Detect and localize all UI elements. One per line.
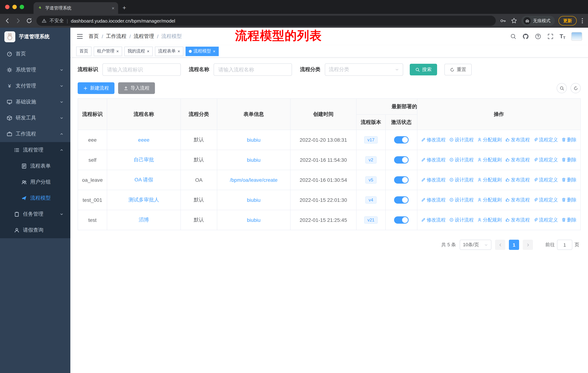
action-delete[interactable]: 删除 (561, 157, 577, 163)
sidebar-item-infrastructure[interactable]: 基础设施 (0, 94, 70, 110)
tag-close-icon[interactable]: × (147, 49, 149, 53)
sidebar-item-system[interactable]: 系统管理 (0, 62, 70, 78)
form-link[interactable]: biubiu (247, 157, 261, 163)
action-design-process[interactable]: 设计流程 (449, 197, 474, 203)
action-assign-rule[interactable]: 分配规则 (477, 177, 502, 183)
user-avatar[interactable] (571, 32, 582, 41)
version-badge[interactable]: v17 (364, 136, 378, 143)
model-name-link[interactable]: 测试多审批人 (128, 197, 159, 202)
action-publish-process[interactable]: 发布流程 (505, 137, 530, 143)
version-badge[interactable]: v2 (365, 156, 376, 163)
tag-process-model[interactable]: 流程模型 × (186, 46, 219, 56)
create-process-button[interactable]: 新建流程 (78, 82, 115, 94)
minimize-window-button[interactable] (12, 5, 17, 9)
maximize-window-button[interactable] (20, 5, 24, 9)
fullscreen-icon[interactable] (547, 33, 554, 40)
show-search-button[interactable] (557, 83, 567, 93)
update-button[interactable]: 更新 (558, 16, 577, 26)
action-design-process[interactable]: 设计流程 (449, 157, 474, 163)
process-category-select[interactable]: 流程分类 (325, 63, 403, 76)
tab-close-icon[interactable]: × (112, 5, 115, 11)
sidebar-item-home[interactable]: 首页 (0, 46, 70, 62)
action-process-definition[interactable]: 流程定义 (533, 157, 558, 163)
model-name-link[interactable]: OA 请假 (135, 177, 153, 182)
browser-tab[interactable]: 芋道管理系统 × (33, 2, 118, 14)
password-key-icon[interactable] (499, 17, 507, 24)
action-delete[interactable]: 删除 (561, 197, 577, 203)
github-icon[interactable] (522, 33, 529, 40)
form-link[interactable]: biubiu (247, 197, 261, 203)
active-toggle[interactable] (394, 176, 409, 184)
action-publish-process[interactable]: 发布流程 (505, 197, 530, 203)
action-publish-process[interactable]: 发布流程 (505, 217, 530, 223)
action-edit-process[interactable]: 修改流程 (421, 197, 446, 203)
breadcrumb-item[interactable]: 首页 (89, 33, 99, 40)
goto-page-input[interactable] (557, 240, 572, 250)
action-delete[interactable]: 删除 (561, 137, 577, 143)
model-name-link[interactable]: 自己审批 (134, 157, 154, 162)
reset-button[interactable]: 重置 (444, 64, 472, 75)
action-process-definition[interactable]: 流程定义 (533, 177, 558, 183)
breadcrumb-item[interactable]: 工作流程 (106, 33, 126, 40)
action-edit-process[interactable]: 修改流程 (421, 137, 446, 143)
active-toggle[interactable] (394, 136, 409, 143)
security-label[interactable]: 不安全 (50, 18, 64, 24)
sidebar-item-process-management[interactable]: 流程管理 (0, 142, 70, 158)
model-name-link[interactable]: eeee (138, 137, 149, 143)
app-logo-row[interactable]: 芋道管理系统 (0, 28, 70, 46)
action-assign-rule[interactable]: 分配规则 (477, 137, 502, 143)
refresh-table-button[interactable] (570, 83, 581, 93)
tag-close-icon[interactable]: × (213, 49, 215, 53)
model-name-link[interactable]: 滔博 (139, 217, 149, 222)
action-edit-process[interactable]: 修改流程 (421, 177, 446, 183)
prev-page-button[interactable] (495, 240, 505, 250)
form-link[interactable]: /bpm/oa/leave/create (230, 177, 278, 183)
form-link[interactable]: biubiu (247, 137, 261, 143)
search-icon[interactable] (510, 33, 516, 40)
breadcrumb-item[interactable]: 流程管理 (134, 33, 154, 40)
sidebar-item-leave-query[interactable]: 请假查询 (0, 222, 70, 238)
action-process-definition[interactable]: 流程定义 (533, 137, 558, 143)
browser-menu-icon[interactable] (580, 18, 584, 23)
sidebar-item-payment[interactable]: ¥ 支付管理 (0, 78, 70, 94)
version-badge[interactable]: v4 (365, 196, 376, 204)
action-delete[interactable]: 删除 (561, 217, 577, 223)
current-page-button[interactable]: 1 (509, 240, 519, 250)
tag-close-icon[interactable]: × (178, 49, 180, 53)
sidebar-item-process-form[interactable]: 流程表单 (0, 158, 70, 174)
import-process-button[interactable]: 导入流程 (118, 82, 155, 94)
action-delete[interactable]: 删除 (561, 177, 577, 183)
bookmark-star-icon[interactable] (510, 17, 518, 24)
action-assign-rule[interactable]: 分配规则 (477, 157, 502, 163)
action-publish-process[interactable]: 发布流程 (505, 177, 530, 183)
sidebar-item-task-management[interactable]: 任务管理 (0, 206, 70, 222)
form-link[interactable]: biubiu (247, 217, 261, 223)
tag-close-icon[interactable]: × (116, 49, 119, 53)
process-key-input[interactable] (102, 63, 181, 76)
active-toggle[interactable] (394, 216, 409, 224)
action-assign-rule[interactable]: 分配规则 (477, 217, 502, 223)
collapse-sidebar-icon[interactable] (76, 33, 84, 40)
action-edit-process[interactable]: 修改流程 (421, 157, 446, 163)
action-edit-process[interactable]: 修改流程 (421, 217, 446, 223)
font-size-icon[interactable]: TT (560, 33, 565, 40)
close-window-button[interactable] (5, 5, 10, 9)
new-tab-button[interactable]: + (123, 4, 126, 12)
active-toggle[interactable] (394, 196, 409, 204)
tag-tenant[interactable]: 租户管理 × (94, 46, 122, 56)
tag-home[interactable]: 首页 (76, 46, 92, 56)
help-icon[interactable] (535, 33, 541, 40)
action-design-process[interactable]: 设计流程 (449, 137, 474, 143)
incognito-badge[interactable]: 无痕模式 (521, 16, 555, 26)
sidebar-item-user-group[interactable]: 用户分组 (0, 174, 70, 190)
page-size-select[interactable]: 10条/页 (460, 240, 491, 250)
forward-icon[interactable] (15, 17, 22, 24)
version-badge[interactable]: v21 (364, 216, 378, 224)
address-bar[interactable]: 不安全 | dashboard.yudao.iocoder.cn/bpm/man… (36, 16, 496, 26)
version-badge[interactable]: v5 (365, 176, 376, 184)
reload-icon[interactable] (26, 17, 33, 24)
action-process-definition[interactable]: 流程定义 (533, 217, 558, 223)
action-design-process[interactable]: 设计流程 (449, 217, 474, 223)
next-page-button[interactable] (523, 240, 533, 250)
action-assign-rule[interactable]: 分配规则 (477, 197, 502, 203)
